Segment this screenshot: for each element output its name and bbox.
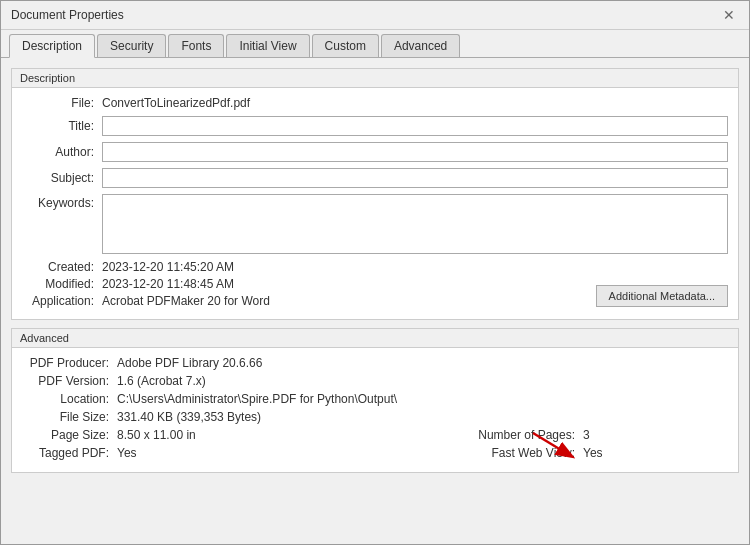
tab-bar: Description Security Fonts Initial View …: [1, 30, 749, 58]
additional-metadata-button[interactable]: Additional Metadata...: [596, 285, 728, 307]
additional-btn-area: Additional Metadata...: [596, 260, 728, 311]
modified-row: Modified: 2023-12-20 11:48:45 AM: [22, 277, 596, 291]
advanced-section: Advanced PDF Producer: Adobe PDF Library…: [11, 328, 739, 473]
page-size-row: Page Size: 8.50 x 11.00 in Number of Pag…: [22, 428, 728, 442]
tab-advanced[interactable]: Advanced: [381, 34, 460, 57]
description-section-header: Description: [12, 69, 738, 88]
pdf-version-label: PDF Version:: [22, 374, 117, 388]
red-arrow-icon: [523, 428, 593, 463]
keywords-input[interactable]: [102, 194, 728, 254]
close-button[interactable]: ✕: [719, 7, 739, 23]
author-input[interactable]: [102, 142, 728, 162]
file-size-value: 331.40 KB (339,353 Bytes): [117, 410, 728, 424]
location-value: C:\Users\Administrator\Spire.PDF for Pyt…: [117, 392, 728, 406]
author-label: Author:: [22, 145, 102, 159]
created-label: Created:: [22, 260, 102, 274]
application-label: Application:: [22, 294, 102, 308]
subject-input[interactable]: [102, 168, 728, 188]
location-row: Location: C:\Users\Administrator\Spire.P…: [22, 392, 728, 406]
main-content: Description File: ConvertToLinearizedPdf…: [1, 58, 749, 544]
tagged-pdf-value: Yes: [117, 446, 468, 460]
pdf-version-row: PDF Version: 1.6 (Acrobat 7.x): [22, 374, 728, 388]
file-label: File:: [22, 96, 102, 110]
file-size-label: File Size:: [22, 410, 117, 424]
title-label: Title:: [22, 119, 102, 133]
subject-label: Subject:: [22, 171, 102, 185]
location-label: Location:: [22, 392, 117, 406]
dates-additional-row: Created: 2023-12-20 11:45:20 AM Modified…: [22, 260, 728, 311]
pdf-producer-label: PDF Producer:: [22, 356, 117, 370]
modified-value: 2023-12-20 11:48:45 AM: [102, 277, 234, 291]
num-pages-area: Number of Pages: 3: [468, 428, 728, 442]
tab-description[interactable]: Description: [9, 34, 95, 58]
page-size-label: Page Size:: [22, 428, 117, 442]
page-size-value: 8.50 x 11.00 in: [117, 428, 468, 442]
title-bar: Document Properties ✕: [1, 1, 749, 30]
file-row: File: ConvertToLinearizedPdf.pdf: [22, 96, 728, 110]
dates-area: Created: 2023-12-20 11:45:20 AM Modified…: [22, 260, 596, 311]
tab-initial-view[interactable]: Initial View: [226, 34, 309, 57]
window-title: Document Properties: [11, 8, 124, 22]
title-input[interactable]: [102, 116, 728, 136]
tab-security[interactable]: Security: [97, 34, 166, 57]
pdf-version-value: 1.6 (Acrobat 7.x): [117, 374, 728, 388]
file-size-row: File Size: 331.40 KB (339,353 Bytes): [22, 410, 728, 424]
author-row: Author:: [22, 142, 728, 162]
document-properties-window: Document Properties ✕ Description Securi…: [0, 0, 750, 545]
file-value: ConvertToLinearizedPdf.pdf: [102, 96, 250, 110]
created-row: Created: 2023-12-20 11:45:20 AM: [22, 260, 596, 274]
modified-label: Modified:: [22, 277, 102, 291]
created-value: 2023-12-20 11:45:20 AM: [102, 260, 234, 274]
advanced-section-body: PDF Producer: Adobe PDF Library 20.6.66 …: [12, 348, 738, 472]
tagged-pdf-row: Tagged PDF: Yes Fast Web View:: [22, 446, 728, 460]
application-value: Acrobat PDFMaker 20 for Word: [102, 294, 270, 308]
keywords-row: Keywords:: [22, 194, 728, 254]
pdf-producer-row: PDF Producer: Adobe PDF Library 20.6.66: [22, 356, 728, 370]
advanced-section-header: Advanced: [12, 329, 738, 348]
tab-fonts[interactable]: Fonts: [168, 34, 224, 57]
keywords-label: Keywords:: [22, 194, 102, 210]
subject-row: Subject:: [22, 168, 728, 188]
description-section: Description File: ConvertToLinearizedPdf…: [11, 68, 739, 320]
svg-line-0: [533, 433, 571, 456]
pdf-producer-value: Adobe PDF Library 20.6.66: [117, 356, 728, 370]
tagged-pdf-label: Tagged PDF:: [22, 446, 117, 460]
description-section-body: File: ConvertToLinearizedPdf.pdf Title: …: [12, 88, 738, 319]
title-row: Title:: [22, 116, 728, 136]
fast-web-view-arrow-container: Yes: [583, 446, 603, 460]
fast-web-view-area: Fast Web View:: [468, 446, 728, 460]
application-row: Application: Acrobat PDFMaker 20 for Wor…: [22, 294, 596, 308]
tab-custom[interactable]: Custom: [312, 34, 379, 57]
